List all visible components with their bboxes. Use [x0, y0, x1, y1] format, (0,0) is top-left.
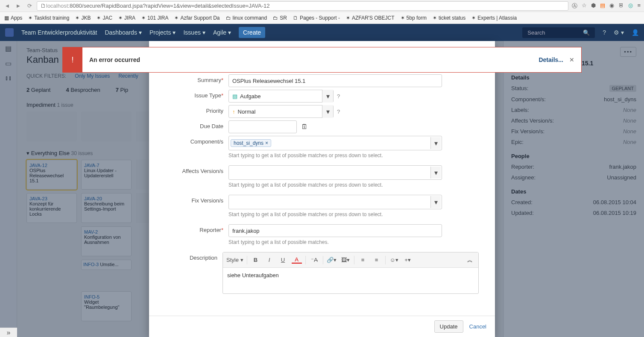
rss-icon[interactable]: ▤: [600, 2, 605, 10]
number-list-button[interactable]: ≡: [372, 257, 382, 263]
reporter-field[interactable]: [228, 224, 442, 237]
italic-button[interactable]: I: [264, 257, 275, 263]
edit-issue-dialog: Summary* Issue Type* ▧Aufgabe ▾ ? Priori…: [149, 41, 495, 337]
bookmark[interactable]: ✶ ticket status: [433, 15, 465, 21]
help-icon[interactable]: ?: [337, 93, 340, 100]
chevron-down-icon: ▾: [322, 90, 333, 103]
help-icon[interactable]: ?: [603, 29, 606, 36]
chevron-down-icon: ▾: [202, 29, 205, 36]
help-icon[interactable]: ?: [337, 108, 340, 115]
ext-icon[interactable]: ⬢: [591, 2, 596, 10]
bookmark[interactable]: ✶ Azfar Support Da: [174, 15, 220, 21]
bookmark[interactable]: 🗋 Pages - Support -: [293, 15, 340, 21]
nav-issues[interactable]: Issues ▾: [183, 29, 205, 36]
nav-projects[interactable]: Projects ▾: [149, 29, 176, 36]
bookmark[interactable]: ✶ 5bp form: [401, 15, 427, 21]
bookmark[interactable]: ✶ 101 JIRA: [141, 15, 168, 21]
chevron-down-icon: ▾: [228, 29, 231, 36]
create-button[interactable]: Create: [239, 27, 265, 38]
extension-icons: Ⓐ ☆ ⬢ ▤ ◉ ⛨ ◎ ≡: [572, 2, 641, 10]
calendar-icon[interactable]: 🗓: [299, 122, 310, 132]
nav-agile[interactable]: Agile ▾: [213, 29, 231, 36]
forward-icon[interactable]: ►: [15, 2, 22, 10]
shield-icon[interactable]: ⛨: [618, 2, 624, 10]
bookmark[interactable]: ▦ Apps: [4, 15, 22, 21]
insert-button[interactable]: +▾: [403, 257, 413, 263]
close-icon[interactable]: ✕: [569, 56, 581, 63]
affects-versions-field[interactable]: ▾: [228, 165, 442, 180]
chevron-down-icon: ▾: [430, 196, 441, 208]
error-message: An error occurred: [82, 56, 539, 63]
url-bar[interactable]: 🗋 localhost:8080/secure/RapidBoard.jspa?…: [37, 1, 568, 11]
error-details-link[interactable]: Details...: [539, 56, 569, 63]
bullet-list-button[interactable]: ≡: [358, 257, 368, 263]
issuetype-icon: ▧: [232, 93, 237, 100]
description-textarea[interactable]: siehe Unteraufgaben: [223, 268, 478, 293]
error-icon: !: [63, 47, 82, 73]
bold-button[interactable]: B: [251, 257, 261, 263]
chevron-down-icon: ▾: [430, 137, 441, 149]
reload-icon[interactable]: ⟳: [26, 2, 33, 10]
bookmark[interactable]: ✶ Tasklist training: [28, 15, 69, 21]
expand-sidebar-icon[interactable]: »: [0, 328, 17, 337]
chevron-down-icon: ▾: [139, 29, 142, 36]
translate-icon[interactable]: Ⓐ: [572, 2, 577, 10]
remove-icon[interactable]: ×: [265, 140, 268, 146]
due-date-field[interactable]: [228, 120, 297, 133]
collapse-toolbar-icon[interactable]: ︽: [465, 256, 475, 264]
component-chip[interactable]: host_si_dyns ×: [231, 139, 271, 147]
rte-toolbar: Style ▾ B I U A ⁻A̶ 🔗▾ 🖼▾ ≡ ≡: [223, 252, 478, 268]
bookmark[interactable]: ✶ Experts | Atlassia: [471, 15, 517, 21]
chevron-down-icon: ▾: [322, 105, 333, 118]
update-button[interactable]: Update: [434, 320, 463, 333]
fix-versions-field[interactable]: ▾: [228, 195, 442, 209]
search-icon: 🔍: [583, 29, 590, 36]
image-button[interactable]: 🖼▾: [340, 257, 351, 263]
bookmark[interactable]: ✶ JAC: [97, 15, 112, 21]
bookmark-folder[interactable]: 🗀 SR: [273, 15, 287, 21]
cancel-button[interactable]: Cancel: [469, 323, 486, 330]
text-color-button[interactable]: A: [292, 256, 302, 264]
bookmark[interactable]: ✶ JKB: [75, 15, 91, 21]
gear-icon[interactable]: ⚙ ▾: [614, 29, 624, 36]
nav-dashboards[interactable]: Dashboards ▾: [105, 29, 142, 36]
style-dropdown[interactable]: Style ▾: [226, 257, 243, 263]
error-banner: ! An error occurred Details... ✕: [62, 47, 582, 73]
space-name[interactable]: Team Entwicklerproduktivität: [21, 29, 97, 36]
app-header: Team Entwicklerproduktivität Dashboards …: [0, 24, 644, 41]
chevron-down-icon: ▾: [173, 29, 176, 36]
link-button[interactable]: 🔗▾: [327, 257, 337, 263]
emoji-button[interactable]: ☺▾: [389, 257, 399, 263]
issue-type-select[interactable]: ▧Aufgabe ▾: [228, 90, 334, 103]
dialog-footer: Update Cancel: [149, 316, 495, 337]
priority-select[interactable]: ↑Normal ▾: [228, 105, 334, 118]
jira-logo-icon[interactable]: [5, 28, 14, 37]
bookmark-folder[interactable]: 🗀 linux command: [226, 15, 267, 21]
avatar[interactable]: 👤: [632, 29, 639, 36]
description-editor[interactable]: Style ▾ B I U A ⁻A̶ 🔗▾ 🖼▾ ≡ ≡: [222, 252, 479, 294]
browser-toolbar: ◄ ► ⟳ 🗋 localhost:8080/secure/RapidBoard…: [0, 0, 644, 12]
clear-format-button[interactable]: ⁻A̶: [309, 257, 319, 263]
priority-icon: ↑: [232, 108, 235, 115]
bookmark[interactable]: ✶ JIRA: [118, 15, 135, 21]
bookmark[interactable]: ✶ AZFAR'S OBEJCT: [346, 15, 395, 21]
menu-icon[interactable]: ≡: [637, 2, 641, 10]
owl-icon[interactable]: ◉: [609, 2, 614, 10]
globe-icon[interactable]: ◎: [628, 2, 633, 10]
chevron-down-icon: ▾: [430, 167, 441, 179]
search-input[interactable]: Search🔍: [522, 27, 595, 38]
summary-field[interactable]: [228, 74, 442, 87]
underline-button[interactable]: U: [278, 257, 288, 263]
components-field[interactable]: host_si_dyns × ▾: [228, 136, 442, 150]
back-icon[interactable]: ◄: [3, 2, 11, 10]
star-icon[interactable]: ☆: [582, 2, 587, 10]
bookmarks-bar: ▦ Apps ✶ Tasklist training ✶ JKB ✶ JAC ✶…: [0, 12, 644, 24]
